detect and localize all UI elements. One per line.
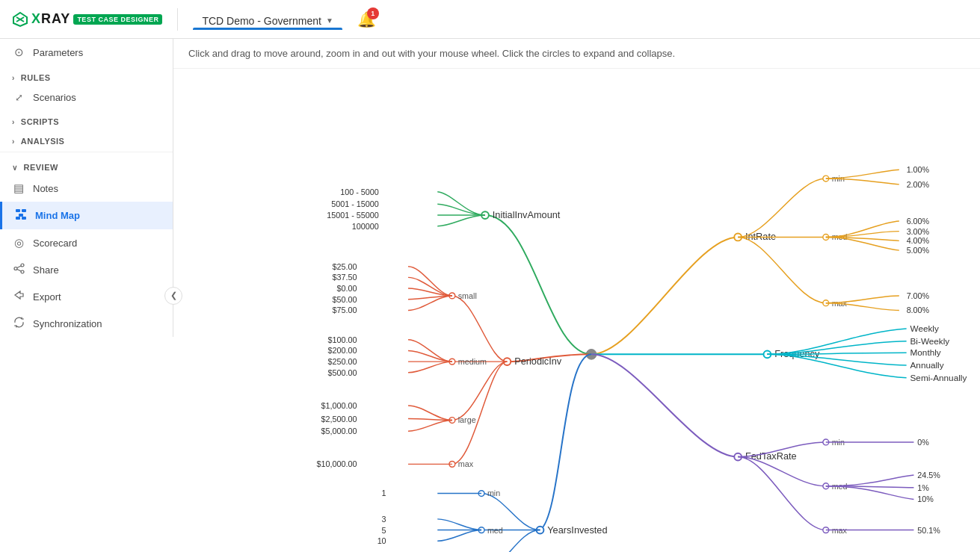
sidebar-section-label: ANALYSIS xyxy=(21,137,65,146)
val-6pct: 6.00% xyxy=(907,217,930,226)
sidebar-item-notes[interactable]: ▤ Notes xyxy=(0,175,173,202)
svg-rect-3 xyxy=(16,209,20,212)
val-2pct: 2.00% xyxy=(907,180,930,189)
years-med-label: med xyxy=(487,526,503,535)
val-200: $200.00 xyxy=(327,346,357,355)
val-0pct: 0% xyxy=(917,438,929,447)
notification-badge: 1 xyxy=(367,7,379,19)
val-8pct: 8.00% xyxy=(907,306,930,314)
sidebar-item-label: Share xyxy=(33,264,59,276)
svg-line-12 xyxy=(17,270,21,272)
val-1pct-fed: 1% xyxy=(917,483,929,492)
scenarios-icon: ⤢ xyxy=(12,92,25,103)
val-weekly: Weekly xyxy=(910,323,939,333)
mindmap-icon xyxy=(14,208,28,223)
svg-line-11 xyxy=(17,266,21,268)
val-3pct: 3.00% xyxy=(907,227,930,236)
val-50: $50.00 xyxy=(332,295,357,304)
val-1: 1 xyxy=(382,489,386,497)
val-5001-15000: 5001 - 15000 xyxy=(331,199,378,208)
val-100000: 100000 xyxy=(352,222,379,231)
val-24-5pct: 24.5% xyxy=(917,471,940,480)
sidebar-section-analysis[interactable]: › ANALYSIS xyxy=(0,129,173,149)
initialinvamount-label: InitialInvAmount xyxy=(493,209,561,220)
sidebar-collapse-button[interactable]: ❮ xyxy=(164,287,182,305)
val-0: $0.00 xyxy=(336,284,357,293)
val-3: 3 xyxy=(382,515,386,524)
val-1pct: 1.00% xyxy=(907,165,930,174)
sidebar-section-rules[interactable]: › RULES xyxy=(0,66,173,85)
val-10: 10 xyxy=(377,536,386,545)
mindmap-canvas[interactable]: InitialInvAmount 100 - 5000 5001 - 15000… xyxy=(173,69,980,552)
val-100: $100.00 xyxy=(327,335,357,344)
val-4pct: 4.00% xyxy=(907,236,930,245)
sidebar-divider-1 xyxy=(0,152,173,152)
app-body: ⊙ Parameters › RULES ⤢ Scenarios › SCRIP… xyxy=(0,39,980,552)
svg-point-8 xyxy=(21,264,24,267)
val-1000: $1,000.00 xyxy=(321,401,357,410)
val-annually: Annually xyxy=(910,360,944,370)
sidebar-item-label: Scorecard xyxy=(33,238,77,249)
sidebar-item-label: Export xyxy=(33,291,61,303)
val-25: $25.00 xyxy=(332,262,357,271)
val-15001-55000: 15001 - 55000 xyxy=(327,211,378,220)
logo: XRAY TEST CASE DESIGNER xyxy=(12,11,162,28)
svg-rect-6 xyxy=(16,217,20,220)
collapse-icon: ❮ xyxy=(170,291,177,300)
sidebar-item-share[interactable]: Share xyxy=(0,256,173,283)
project-dropdown-icon: ▼ xyxy=(326,16,333,25)
svg-rect-5 xyxy=(19,214,23,217)
periodicinv-max-label: max xyxy=(458,459,474,468)
review-arrow-icon: ∨ xyxy=(12,164,18,172)
logo-badge: TEST CASE DESIGNER xyxy=(73,14,162,25)
app-header: XRAY TEST CASE DESIGNER TCD Demo - Gover… xyxy=(0,0,980,39)
xray-logo-icon xyxy=(12,11,28,28)
sidebar-item-label: Mind Map xyxy=(35,210,80,221)
svg-point-10 xyxy=(21,270,24,273)
hint-text: Click and drag to move around, zoom in a… xyxy=(173,39,980,69)
val-10000: $10,000.00 xyxy=(317,459,357,468)
sidebar-item-scenarios[interactable]: ⤢ Scenarios xyxy=(0,85,173,110)
sidebar: ⊙ Parameters › RULES ⤢ Scenarios › SCRIP… xyxy=(0,39,173,337)
sync-icon xyxy=(12,317,25,330)
medium-label: medium xyxy=(458,357,487,366)
sidebar-item-scorecard[interactable]: ◎ Scorecard xyxy=(0,229,173,256)
val-7pct: 7.00% xyxy=(907,291,930,300)
svg-point-9 xyxy=(14,267,17,270)
sidebar-section-label: REVIEW xyxy=(24,163,58,172)
small-label: small xyxy=(458,291,477,300)
large-label: large xyxy=(458,415,476,424)
val-500: $500.00 xyxy=(327,368,357,377)
sidebar-section-label: RULES xyxy=(21,73,51,82)
val-monthly: Monthly xyxy=(910,347,941,357)
periodicinv-label: PeriodicInv xyxy=(514,356,562,367)
val-biweekly: Bi-Weekly xyxy=(910,336,950,346)
project-tab[interactable]: TCD Demo - Government ▼ xyxy=(193,9,342,30)
rules-arrow-icon: › xyxy=(12,74,15,82)
notes-icon: ▤ xyxy=(12,182,25,195)
scripts-arrow-icon: › xyxy=(12,118,15,126)
sidebar-item-export[interactable]: Export xyxy=(0,283,173,310)
val-5: 5 xyxy=(382,526,386,535)
val-37-50: $37.50 xyxy=(332,273,357,282)
logo-text: XRAY xyxy=(31,11,70,27)
sidebar-section-review[interactable]: ∨ REVIEW xyxy=(0,155,173,175)
sidebar-section-scripts[interactable]: › SCRIPTS xyxy=(0,110,173,129)
active-tab-indicator xyxy=(193,28,342,30)
main-content: Click and drag to move around, zoom in a… xyxy=(173,39,980,552)
sidebar-item-mindmap[interactable]: Mind Map xyxy=(0,202,173,229)
svg-rect-4 xyxy=(22,209,26,212)
svg-rect-7 xyxy=(22,217,26,220)
val-50-1pct: 50.1% xyxy=(917,526,940,535)
sidebar-item-label: Synchronization xyxy=(33,318,102,329)
val-10pct: 10% xyxy=(917,494,934,503)
project-selector[interactable]: TCD Demo - Government ▼ xyxy=(196,12,339,30)
years-min-label: min xyxy=(487,489,500,497)
sidebar-item-parameters[interactable]: ⊙ Parameters xyxy=(0,39,173,66)
notification-button[interactable]: 🔔 1 xyxy=(357,10,376,28)
sidebar-item-label: Notes xyxy=(33,183,58,194)
sidebar-wrapper: ⊙ Parameters › RULES ⤢ Scenarios › SCRIP… xyxy=(0,39,173,552)
sidebar-item-synchronization[interactable]: Synchronization xyxy=(0,310,173,337)
val-100-5000: 100 - 5000 xyxy=(340,187,378,196)
mindmap-svg[interactable]: InitialInvAmount 100 - 5000 5001 - 15000… xyxy=(173,69,980,552)
